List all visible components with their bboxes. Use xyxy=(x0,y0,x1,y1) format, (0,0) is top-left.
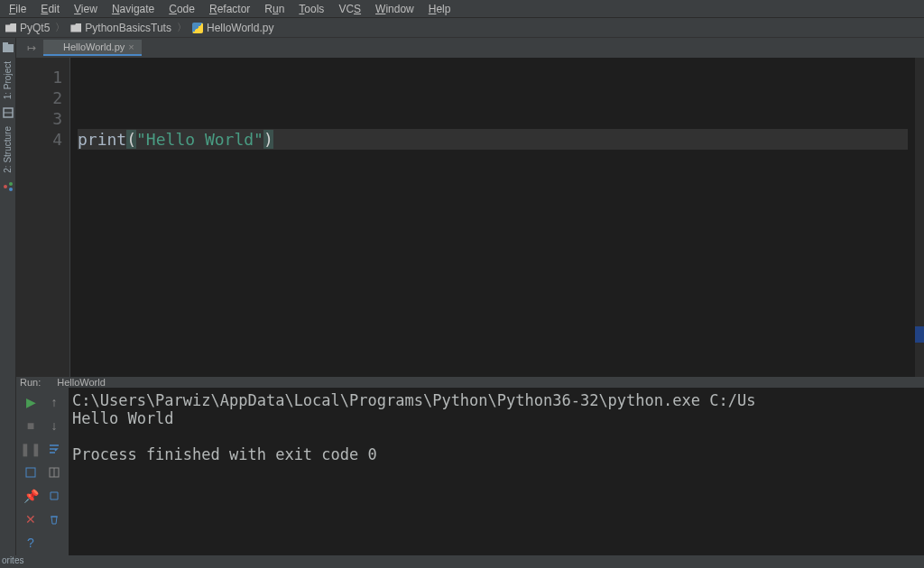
scroll-up-button[interactable]: ↑ xyxy=(43,391,65,413)
run-header[interactable]: Run: HelloWorld xyxy=(16,377,924,388)
editor-tab-bar: ↦ HelloWorld.py × xyxy=(16,38,924,58)
run-header-label: Run: xyxy=(20,377,41,388)
navigation-bar: PyQt5 〉 PythonBasicsTuts 〉 HelloWorld.py xyxy=(0,18,924,38)
svg-point-5 xyxy=(9,182,13,186)
token-paren-open: ( xyxy=(126,130,136,149)
toolwindow-structure[interactable]: 2: Structure xyxy=(3,123,13,177)
trash-button[interactable] xyxy=(43,508,65,530)
svg-rect-7 xyxy=(26,468,35,477)
scroll-down-button[interactable]: ↓ xyxy=(43,415,65,436)
code-line-4: print("Hello World") xyxy=(78,129,908,150)
editor-area: ↦ HelloWorld.py × 1 2 3 4 print("Hello W… xyxy=(16,38,924,377)
menu-tools[interactable]: Tools xyxy=(293,2,329,16)
line-number-gutter: 1 2 3 4 xyxy=(16,58,70,377)
breadcrumb-sep: 〉 xyxy=(55,21,65,34)
caret-marker xyxy=(915,326,924,343)
breadcrumb-mid-label: PythonBasicsTuts xyxy=(85,22,171,34)
code-area[interactable]: print("Hello World") xyxy=(70,58,915,377)
line-number: 1 xyxy=(16,67,62,87)
menu-vcs[interactable]: VCS xyxy=(333,2,366,16)
pause-button[interactable]: ❚❚ xyxy=(20,438,42,460)
rerun-button[interactable]: ▶ xyxy=(20,391,42,413)
console-line-2: Hello World xyxy=(72,409,174,427)
console-line-4: Process finished with exit code 0 xyxy=(72,445,377,463)
close-icon[interactable]: × xyxy=(128,41,134,52)
main-menu-bar: File Edit View Navigate Code Refactor Ru… xyxy=(0,0,924,18)
tab-label: HelloWorld.py xyxy=(63,41,125,52)
token-paren-close: ) xyxy=(263,130,273,149)
project-tool-icon[interactable] xyxy=(2,41,14,54)
menu-edit[interactable]: Edit xyxy=(35,2,65,16)
breadcrumb-file[interactable]: HelloWorld.py xyxy=(192,22,273,34)
folder-icon xyxy=(5,23,16,32)
breadcrumb-sep: 〉 xyxy=(177,21,187,34)
layout-button[interactable] xyxy=(43,462,65,483)
line-number: 4 xyxy=(16,129,62,150)
breadcrumb-root[interactable]: PyQt5 xyxy=(5,22,50,34)
svg-rect-1 xyxy=(3,42,8,45)
status-bar: orites xyxy=(0,555,924,568)
python-icon xyxy=(51,42,60,51)
svg-point-4 xyxy=(4,185,7,188)
pin-button[interactable]: 📌 xyxy=(20,485,42,507)
run-toolbar: ▶ ↑ ■ ↓ ❚❚ 📌 ✕ ? xyxy=(16,388,69,557)
menu-run[interactable]: Run xyxy=(259,2,290,16)
run-console[interactable]: C:\Users\Parwiz\AppData\Local\Programs\P… xyxy=(69,388,924,557)
console-line-1: C:\Users\Parwiz\AppData\Local\Programs\P… xyxy=(72,391,755,409)
breadcrumb-file-label: HelloWorld.py xyxy=(207,22,273,34)
token-string: "Hello World" xyxy=(136,130,263,149)
menu-view[interactable]: View xyxy=(69,2,103,16)
svg-point-6 xyxy=(9,188,13,191)
soft-wrap-button[interactable] xyxy=(43,438,65,460)
dump-button[interactable] xyxy=(43,485,65,507)
line-number: 2 xyxy=(16,87,62,108)
breadcrumb-root-label: PyQt5 xyxy=(20,22,50,34)
favorites-stub[interactable]: orites xyxy=(2,555,23,565)
close-run-button[interactable]: ✕ xyxy=(20,508,42,530)
run-config-name: HelloWorld xyxy=(57,377,106,388)
breadcrumb-mid[interactable]: PythonBasicsTuts xyxy=(70,22,171,34)
generic-tool-icon[interactable] xyxy=(2,180,14,193)
structure-tool-icon[interactable] xyxy=(2,106,14,119)
python-icon xyxy=(192,23,203,33)
stop-button[interactable]: ■ xyxy=(20,415,42,436)
menu-help[interactable]: Help xyxy=(423,2,457,16)
folder-icon xyxy=(70,23,81,32)
python-icon xyxy=(44,378,53,387)
menu-code[interactable]: Code xyxy=(163,2,200,16)
left-tool-stripe: 1: Project 2: Structure xyxy=(0,38,16,568)
run-body: ▶ ↑ ■ ↓ ❚❚ 📌 ✕ ? C:\Users\Parwiz\ xyxy=(16,388,924,557)
show-files-button[interactable]: ↦ xyxy=(25,41,38,54)
menu-window[interactable]: Window xyxy=(370,2,420,16)
editor-tab-helloworld[interactable]: HelloWorld.py × xyxy=(43,40,142,56)
svg-rect-0 xyxy=(3,44,14,52)
help-button[interactable]: ? xyxy=(20,532,42,554)
menu-navigate[interactable]: Navigate xyxy=(106,2,160,16)
menu-refactor[interactable]: Refactor xyxy=(204,2,255,16)
token-function: print xyxy=(78,130,126,149)
toolwindow-project[interactable]: 1: Project xyxy=(3,58,13,103)
menu-file[interactable]: File xyxy=(4,2,32,16)
line-number: 3 xyxy=(16,108,62,129)
print-button[interactable] xyxy=(20,462,42,483)
code-editor[interactable]: 1 2 3 4 print("Hello World") xyxy=(16,58,924,377)
run-tool-window: Run: HelloWorld ▶ ↑ ■ ↓ ❚❚ 📌 ✕ xyxy=(16,377,924,555)
